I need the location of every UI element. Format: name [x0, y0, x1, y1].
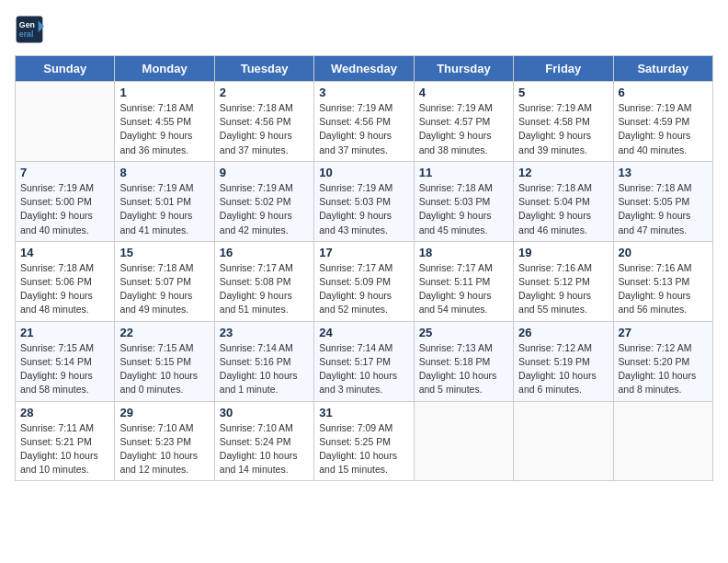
day-info: Sunrise: 7:12 AMSunset: 5:19 PMDaylight:… [518, 341, 608, 397]
day-info: Sunrise: 7:10 AMSunset: 5:23 PMDaylight:… [119, 421, 209, 477]
calendar-week-4: 21Sunrise: 7:15 AMSunset: 5:14 PMDayligh… [16, 321, 713, 401]
calendar-cell: 29Sunrise: 7:10 AMSunset: 5:23 PMDayligh… [115, 401, 214, 481]
calendar-cell: 5Sunrise: 7:19 AMSunset: 4:58 PMDaylight… [514, 82, 613, 162]
day-info: Sunrise: 7:12 AMSunset: 5:20 PMDaylight:… [619, 341, 708, 397]
calendar-cell: 7Sunrise: 7:19 AMSunset: 5:00 PMDaylight… [16, 161, 115, 241]
calendar-cell: 15Sunrise: 7:18 AMSunset: 5:07 PMDayligh… [115, 241, 214, 321]
day-info: Sunrise: 7:18 AMSunset: 4:56 PMDaylight:… [220, 101, 309, 157]
day-number: 2 [220, 86, 309, 99]
day-of-week-wednesday: Wednesday [314, 56, 414, 82]
day-info: Sunrise: 7:09 AMSunset: 5:25 PMDaylight:… [319, 421, 408, 477]
day-number: 27 [619, 326, 708, 339]
day-number: 3 [319, 86, 408, 99]
day-number: 31 [319, 406, 408, 419]
day-info: Sunrise: 7:17 AMSunset: 5:11 PMDaylight:… [419, 261, 508, 317]
day-info: Sunrise: 7:14 AMSunset: 5:16 PMDaylight:… [220, 341, 309, 397]
day-info: Sunrise: 7:10 AMSunset: 5:24 PMDaylight:… [220, 421, 309, 477]
calendar-cell: 26Sunrise: 7:12 AMSunset: 5:19 PMDayligh… [514, 321, 613, 401]
calendar-cell [16, 82, 115, 162]
day-of-week-monday: Monday [115, 56, 214, 82]
calendar-cell: 9Sunrise: 7:19 AMSunset: 5:02 PMDaylight… [214, 161, 313, 241]
day-number: 6 [619, 86, 708, 99]
calendar-body: 1Sunrise: 7:18 AMSunset: 4:55 PMDaylight… [16, 82, 713, 481]
day-number: 23 [220, 326, 309, 339]
day-number: 14 [20, 246, 109, 259]
day-of-week-thursday: Thursday [414, 56, 513, 82]
calendar-cell: 2Sunrise: 7:18 AMSunset: 4:56 PMDaylight… [214, 82, 313, 162]
calendar-cell: 3Sunrise: 7:19 AMSunset: 4:56 PMDaylight… [314, 82, 414, 162]
day-number: 18 [419, 246, 508, 259]
calendar-cell: 4Sunrise: 7:19 AMSunset: 4:57 PMDaylight… [414, 82, 513, 162]
calendar-cell: 27Sunrise: 7:12 AMSunset: 5:20 PMDayligh… [613, 321, 712, 401]
calendar-cell: 8Sunrise: 7:19 AMSunset: 5:01 PMDaylight… [115, 161, 214, 241]
day-info: Sunrise: 7:16 AMSunset: 5:13 PMDaylight:… [619, 261, 708, 317]
day-number: 28 [20, 406, 109, 419]
day-number: 4 [419, 86, 508, 99]
day-number: 24 [319, 326, 408, 339]
day-info: Sunrise: 7:18 AMSunset: 4:55 PMDaylight:… [119, 101, 209, 157]
calendar-cell [414, 401, 513, 481]
day-of-week-tuesday: Tuesday [214, 56, 313, 82]
day-number: 1 [119, 86, 209, 99]
day-number: 15 [119, 246, 209, 259]
day-info: Sunrise: 7:19 AMSunset: 4:57 PMDaylight:… [419, 101, 508, 157]
day-number: 21 [20, 326, 109, 339]
calendar-cell: 21Sunrise: 7:15 AMSunset: 5:14 PMDayligh… [16, 321, 115, 401]
day-info: Sunrise: 7:17 AMSunset: 5:08 PMDaylight:… [220, 261, 309, 317]
day-number: 25 [419, 326, 508, 339]
day-info: Sunrise: 7:18 AMSunset: 5:03 PMDaylight:… [419, 181, 508, 237]
calendar-cell: 16Sunrise: 7:17 AMSunset: 5:08 PMDayligh… [214, 241, 313, 321]
day-number: 12 [518, 166, 608, 179]
day-number: 8 [119, 166, 209, 179]
day-info: Sunrise: 7:15 AMSunset: 5:15 PMDaylight:… [119, 341, 209, 397]
calendar-cell: 18Sunrise: 7:17 AMSunset: 5:11 PMDayligh… [414, 241, 513, 321]
day-number: 16 [220, 246, 309, 259]
calendar-cell: 28Sunrise: 7:11 AMSunset: 5:21 PMDayligh… [16, 401, 115, 481]
calendar-cell: 22Sunrise: 7:15 AMSunset: 5:15 PMDayligh… [115, 321, 214, 401]
calendar-cell: 13Sunrise: 7:18 AMSunset: 5:05 PMDayligh… [613, 161, 712, 241]
day-info: Sunrise: 7:19 AMSunset: 5:01 PMDaylight:… [119, 181, 209, 237]
calendar-cell [613, 401, 712, 481]
svg-text:Gen: Gen [19, 20, 35, 29]
day-number: 9 [220, 166, 309, 179]
calendar-cell: 6Sunrise: 7:19 AMSunset: 4:59 PMDaylight… [613, 82, 712, 162]
day-of-week-friday: Friday [514, 56, 613, 82]
day-info: Sunrise: 7:16 AMSunset: 5:12 PMDaylight:… [518, 261, 608, 317]
calendar-cell [514, 401, 613, 481]
calendar-week-2: 7Sunrise: 7:19 AMSunset: 5:00 PMDaylight… [16, 161, 713, 241]
day-info: Sunrise: 7:18 AMSunset: 5:05 PMDaylight:… [619, 181, 708, 237]
calendar-week-1: 1Sunrise: 7:18 AMSunset: 4:55 PMDaylight… [16, 82, 713, 162]
calendar-cell: 30Sunrise: 7:10 AMSunset: 5:24 PMDayligh… [214, 401, 313, 481]
day-of-week-header-row: SundayMondayTuesdayWednesdayThursdayFrid… [16, 56, 713, 82]
calendar-cell: 24Sunrise: 7:14 AMSunset: 5:17 PMDayligh… [314, 321, 414, 401]
day-number: 20 [619, 246, 708, 259]
calendar-cell: 19Sunrise: 7:16 AMSunset: 5:12 PMDayligh… [514, 241, 613, 321]
day-info: Sunrise: 7:18 AMSunset: 5:07 PMDaylight:… [119, 261, 209, 317]
calendar-cell: 25Sunrise: 7:13 AMSunset: 5:18 PMDayligh… [414, 321, 513, 401]
calendar-cell: 20Sunrise: 7:16 AMSunset: 5:13 PMDayligh… [613, 241, 712, 321]
day-info: Sunrise: 7:18 AMSunset: 5:04 PMDaylight:… [518, 181, 608, 237]
day-number: 11 [419, 166, 508, 179]
calendar-cell: 23Sunrise: 7:14 AMSunset: 5:16 PMDayligh… [214, 321, 313, 401]
day-number: 30 [220, 406, 309, 419]
day-number: 29 [119, 406, 209, 419]
day-number: 10 [319, 166, 408, 179]
calendar-cell: 14Sunrise: 7:18 AMSunset: 5:06 PMDayligh… [16, 241, 115, 321]
calendar-table: SundayMondayTuesdayWednesdayThursdayFrid… [15, 55, 713, 481]
day-of-week-saturday: Saturday [613, 56, 712, 82]
calendar-cell: 17Sunrise: 7:17 AMSunset: 5:09 PMDayligh… [314, 241, 414, 321]
calendar-cell: 1Sunrise: 7:18 AMSunset: 4:55 PMDaylight… [115, 82, 214, 162]
day-number: 13 [619, 166, 708, 179]
logo-icon: Gen eral [15, 15, 44, 44]
day-info: Sunrise: 7:14 AMSunset: 5:17 PMDaylight:… [319, 341, 408, 397]
day-info: Sunrise: 7:19 AMSunset: 4:58 PMDaylight:… [518, 101, 608, 157]
day-info: Sunrise: 7:11 AMSunset: 5:21 PMDaylight:… [20, 421, 109, 477]
day-number: 22 [119, 326, 209, 339]
day-number: 26 [518, 326, 608, 339]
day-of-week-sunday: Sunday [16, 56, 115, 82]
day-info: Sunrise: 7:15 AMSunset: 5:14 PMDaylight:… [20, 341, 109, 397]
day-number: 7 [20, 166, 109, 179]
day-number: 5 [518, 86, 608, 99]
day-number: 17 [319, 246, 408, 259]
calendar-cell: 31Sunrise: 7:09 AMSunset: 5:25 PMDayligh… [314, 401, 414, 481]
